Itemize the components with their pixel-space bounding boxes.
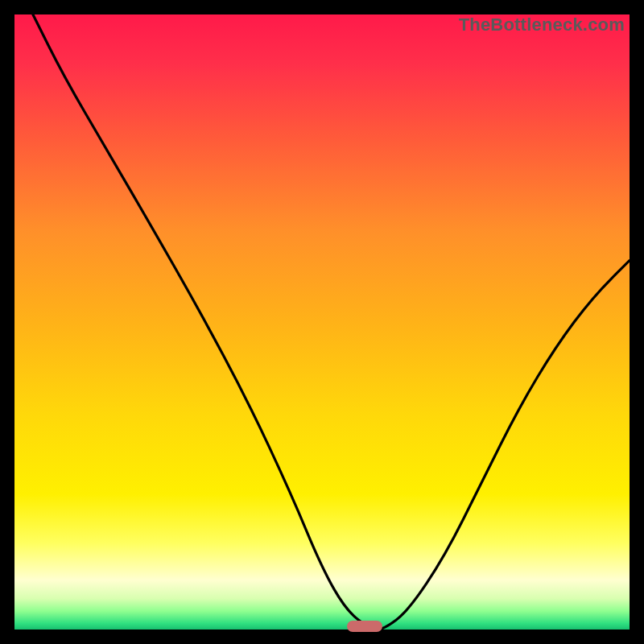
optimal-point-marker xyxy=(347,621,382,632)
bottleneck-curve xyxy=(14,14,630,630)
chart-plot-area: TheBottleneck.com xyxy=(14,14,630,630)
